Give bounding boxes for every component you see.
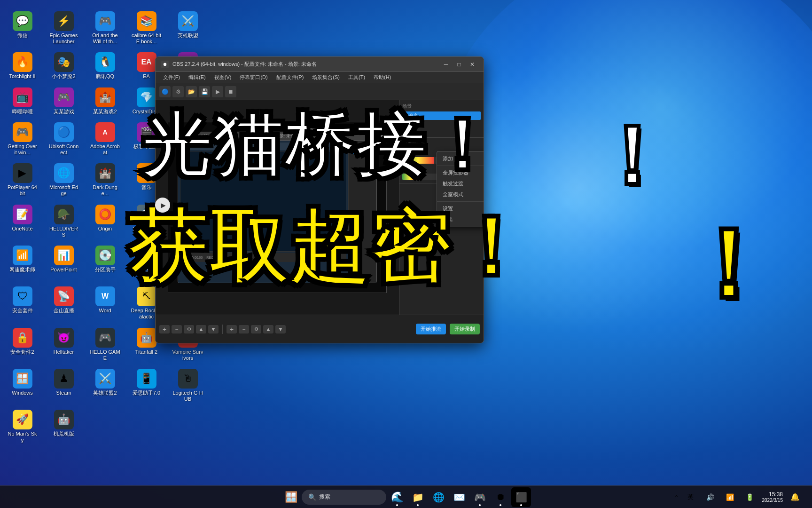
desktop-icon-darkdungeon[interactable]: 🏰 Dark Dunge...: [87, 161, 123, 198]
ctx-settings[interactable]: 设置: [437, 203, 484, 214]
obs-start-recording-button[interactable]: 开始录制: [450, 324, 480, 334]
desktop-icon-ubisoft[interactable]: 🔵 Ubisoft Connect: [46, 120, 81, 158]
desktop-icon-hellogame[interactable]: 🎮 HELLO GAME: [87, 326, 123, 363]
obs-up-scene-button[interactable]: ▲: [196, 325, 206, 333]
ctx-quit[interactable]: 退出: [437, 214, 484, 225]
desktop-icon-game3[interactable]: 🎮 某某游戏: [46, 86, 81, 117]
game4-icon: 🏰: [95, 87, 115, 107]
systray-input-icon[interactable]: 英: [681, 488, 700, 507]
obs-close-button[interactable]: ✕: [467, 60, 478, 69]
desktop-icon-qq[interactable]: 🐧 腾讯QQ: [87, 50, 123, 81]
obs-tb-icon1[interactable]: 🔵: [159, 86, 171, 97]
obs-scene-item-unnamed[interactable]: 未命名: [402, 111, 481, 120]
obs-down-source-button[interactable]: ▼: [275, 325, 286, 333]
torchlight-icon: 🔥: [13, 52, 32, 72]
taskbar-mail-icon[interactable]: ✉️: [449, 487, 469, 507]
obs-tb-icon3[interactable]: 📂: [186, 86, 197, 97]
obs-menu-view[interactable]: 视图(V): [211, 73, 235, 82]
systray-expand-button[interactable]: ^: [673, 488, 680, 507]
obs-menu-scenecollection[interactable]: 场景集合(S): [308, 73, 344, 82]
desktop-icon-helldive[interactable]: 🪖 HELLDIVERS: [46, 203, 81, 240]
obs-menu-help[interactable]: 帮助(H): [370, 73, 395, 82]
desktop-icon-logitech[interactable]: 🖱 Logitech G HUB: [170, 367, 205, 404]
obs-tb-icon5[interactable]: ▶: [212, 86, 223, 97]
taskbar-clock[interactable]: 15:38 2022/3/15: [762, 491, 783, 503]
desktop-icon-word[interactable]: W Word: [87, 285, 123, 322]
music-icon: 🎵: [137, 163, 156, 183]
taskbar-terminal-icon[interactable]: ⬛: [511, 487, 531, 507]
obs-add-source-button[interactable]: +: [226, 325, 237, 333]
desktop-icon-helltaker[interactable]: 😈 Helltaker: [46, 326, 81, 363]
desktop-icon-jinshan[interactable]: 📡 金山直播: [46, 285, 81, 322]
obs-menu-dock[interactable]: 停靠窗口(D): [236, 73, 271, 82]
obs-tb-icon4[interactable]: 💾: [199, 86, 210, 97]
taskbar-edge-icon[interactable]: 🌊: [387, 487, 407, 507]
ori-icon: 🎮: [95, 11, 115, 31]
desktop-icon-ishu[interactable]: 📱 爱思助手7.0: [129, 367, 164, 404]
desktop-icon-origin[interactable]: ⭕ Origin: [87, 203, 123, 240]
vampire-label: Vampire Survivors: [172, 349, 203, 361]
systray-volume-icon[interactable]: 🔊: [701, 488, 720, 507]
desktop-icon-calibre[interactable]: 📚 calibre 64-bit E book...: [129, 9, 164, 47]
taskbar-explorer-icon[interactable]: 📁: [408, 487, 428, 507]
systray-battery-icon[interactable]: 🔋: [741, 488, 759, 507]
taskbar-browser-icon[interactable]: 🌐: [429, 487, 448, 507]
desktop-icon-lol[interactable]: ⚔️ 英雄联盟: [170, 9, 205, 47]
taskbar-notification-button[interactable]: 🔔: [786, 488, 804, 507]
security2-label: 安全套件2: [10, 349, 34, 355]
desktop-icon-edge[interactable]: 🌐 Microsoft Edge: [46, 161, 81, 198]
desktop-icon-wechat[interactable]: 💬 微信: [5, 9, 40, 47]
littlenightmares-icon: 🎭: [54, 52, 74, 72]
taskbar-obs-icon[interactable]: ⏺: [491, 487, 510, 507]
obs-menu-tools[interactable]: 工具(T): [344, 73, 369, 82]
obs-up-source-button[interactable]: ▲: [263, 325, 273, 333]
desktop-icon-torchlight[interactable]: 🔥 Torchlight II: [5, 50, 40, 81]
obs-settings-scene-button[interactable]: ⚙: [184, 325, 194, 333]
desktop-icon-ori[interactable]: 🎮 Ori and the Will of th...: [87, 9, 123, 47]
ctx-divider1: [437, 166, 484, 166]
desktop-icon-onenote[interactable]: 📝 OneNote: [5, 203, 40, 240]
obs-maximize-button[interactable]: □: [453, 60, 465, 69]
obs-remove-source-button[interactable]: −: [239, 325, 249, 333]
taskbar-search-box[interactable]: 🔍 搜索: [302, 490, 386, 505]
obs-minimize-button[interactable]: ─: [440, 60, 452, 69]
obs-start-streaming-button[interactable]: 开始推流: [416, 324, 446, 334]
obs-menu-profile[interactable]: 配置文件(P): [273, 73, 308, 82]
desktop-icon-netspeed[interactable]: 📶 网速魔术师: [5, 244, 40, 281]
desktop-icon-jigame[interactable]: 🤖 机荒机版: [46, 408, 81, 445]
desktop-icon-lol2[interactable]: ⚔️ 英雄联盟2: [87, 367, 123, 404]
obs-down-scene-button[interactable]: ▼: [208, 325, 219, 333]
desktop-icon-gettingoverit[interactable]: 🎮 Getting Over it win...: [5, 120, 40, 158]
ctx-fullscreen-mode[interactable]: 全室模式: [437, 189, 484, 200]
desktop-icon-game4[interactable]: 🏰 某某游戏2: [87, 86, 123, 117]
desktop-icon-littlenightmares[interactable]: 🎭 小小梦魇2: [46, 50, 81, 81]
desktop-icon-powerpoint[interactable]: 📊 PowerPoint: [46, 244, 81, 281]
desktop-icon-security2[interactable]: 🔒 安全套件2: [5, 326, 40, 363]
desktop-icon-bilibili[interactable]: 📺 哔哩哔哩: [5, 86, 40, 117]
obs-tb-icon6[interactable]: ⏹: [225, 86, 236, 97]
taskbar: 🪟 🔍 搜索 🌊 📁 🌐 ✉️ 🎮 ⏺ ⬛ ^ 英 🔊: [0, 485, 812, 508]
systray-network-icon[interactable]: 📶: [721, 488, 740, 507]
desktop-icon-potplayer[interactable]: ▶ PotPlayer 64 bit: [5, 161, 40, 198]
ctx-fullscreen[interactable]: 全屏投影器: [437, 167, 484, 178]
desktop-icon-security[interactable]: 🛡 安全套件: [5, 285, 40, 322]
ctx-add[interactable]: 添加: [437, 153, 484, 164]
desktop-icon-steam[interactable]: ♟ Steam: [46, 367, 81, 404]
desktop-icon-partition[interactable]: 💽 分区助手: [87, 244, 123, 281]
obs-menu-edit[interactable]: 编辑(E): [185, 73, 210, 82]
desktop-icon-epic[interactable]: ⚡ Epic Games Launcher: [46, 9, 81, 47]
obs-settings-source-button[interactable]: ⚙: [251, 325, 261, 333]
desktop-icon-adobe[interactable]: A Adobe Acrobat: [87, 120, 123, 158]
desktop-icon-nomanssky[interactable]: 🚀 No Man's Sky: [5, 408, 40, 445]
taskbar-game-icon[interactable]: 🎮: [470, 487, 490, 507]
taskbar-start-button[interactable]: 🪟: [281, 487, 301, 507]
obs-add-scene-button[interactable]: +: [159, 325, 170, 333]
obs-window[interactable]: ⏺ OBS 27.2.4 (64-bit, windows) - 配置文件: 未…: [155, 56, 484, 343]
desktop-icon-windows[interactable]: 🪟 Windows: [5, 367, 40, 404]
obs-audio-title: 音频混音器: [402, 141, 481, 147]
logitech-icon: 🖱: [178, 369, 198, 389]
ctx-transition[interactable]: 触发过渡: [437, 178, 484, 189]
obs-menu-file[interactable]: 文件(F): [159, 73, 184, 82]
obs-remove-scene-button[interactable]: −: [172, 325, 182, 333]
obs-tb-icon2[interactable]: ⚙: [172, 86, 184, 97]
